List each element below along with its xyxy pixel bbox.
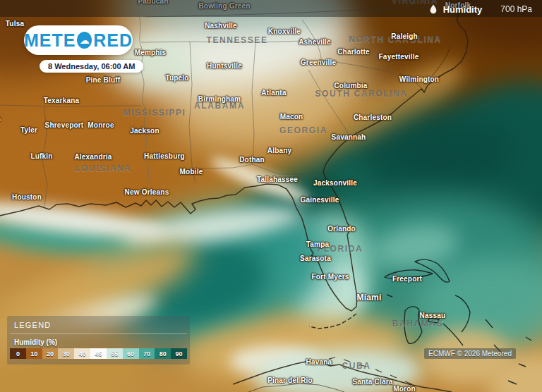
- pressure-level-label: 700 hPa: [500, 4, 532, 14]
- state-label-georgia: GEORGIA: [279, 125, 327, 135]
- city-label-nashville: Nashville: [205, 22, 237, 30]
- logo-text-left: METE: [24, 30, 76, 51]
- city-label-mobile: Mobile: [180, 168, 203, 176]
- city-label-tyler: Tyler: [20, 126, 37, 134]
- city-label-tallahassee: Tallahassee: [257, 176, 298, 183]
- city-label-tampa: Tampa: [306, 240, 330, 248]
- state-label-tennessee: TENNESSEE: [206, 35, 267, 45]
- cloud-icon: ☁: [77, 32, 92, 49]
- legend-stop-value: 80: [159, 350, 167, 357]
- city-label-charlotte: Charlotte: [337, 48, 370, 56]
- legend-stop-80: 80: [155, 348, 171, 359]
- city-label-albany: Albany: [267, 147, 292, 154]
- legend-title: LEGEND: [7, 316, 190, 333]
- city-label-fort-myers: Fort Myers: [311, 273, 349, 281]
- city-label-fayetteville: Fayetteville: [379, 53, 419, 61]
- legend-stop-55: 55: [107, 348, 123, 359]
- legend-panel: LEGEND Humidity (%) 01020304045556070809…: [7, 316, 190, 365]
- city-label-hattiesburg: Hattiesburg: [144, 152, 185, 160]
- logo-text-right: RED: [93, 30, 133, 51]
- city-label-wilmington: Wilmington: [399, 75, 439, 83]
- legend-stop-20: 20: [42, 348, 59, 359]
- city-label-texarkana: Texarkana: [44, 97, 80, 104]
- state-label-bahamas: BAHAMAS: [392, 319, 444, 329]
- city-label-savannah: Savannah: [332, 133, 366, 141]
- variable-label: Humidity: [443, 4, 483, 15]
- city-label-orlando: Orlando: [327, 225, 356, 233]
- state-label-louisiana: LOUISIANA: [75, 164, 131, 173]
- city-label-dothan: Dothan: [239, 156, 265, 164]
- city-label-freeport: Freeport: [392, 275, 422, 283]
- state-label-cuba: CUBA: [342, 361, 371, 371]
- city-label-sarasota: Sarasota: [300, 255, 331, 262]
- legend-stop-value: 90: [176, 350, 183, 357]
- legend-stop-value: 70: [143, 350, 150, 357]
- map-variable-header: Humidity 700 hPa: [429, 3, 532, 16]
- city-label-jacksonville: Jacksonville: [313, 179, 357, 187]
- legend-stop-value: 20: [47, 350, 54, 357]
- city-label-monroe: Monroe: [88, 121, 114, 129]
- city-label-greenville: Greenville: [301, 59, 336, 66]
- legend-stop-value: 60: [127, 350, 134, 357]
- state-label-mississippi: MISSISSIPPI: [124, 108, 186, 118]
- attribution-label: ECMWF © 2026 Meteored: [424, 348, 516, 359]
- city-label-gainesville: Gainesville: [300, 196, 339, 204]
- city-label-havana: Havana: [306, 358, 332, 366]
- city-label-nassau: Nassau: [420, 312, 446, 319]
- legend-stop-value: 40: [79, 350, 86, 357]
- legend-stop-value: 0: [16, 350, 20, 357]
- legend-scale-label: Humidity (%): [7, 334, 190, 348]
- city-label-jackson: Jackson: [130, 127, 159, 135]
- legend-stop-value: 30: [63, 350, 70, 357]
- legend-stop-30: 30: [58, 348, 74, 359]
- legend-stop-40: 40: [74, 348, 90, 359]
- humidity-drop-icon: [429, 4, 438, 14]
- city-label-santa-clara: Santa Clara: [352, 378, 392, 386]
- city-label-new-orleans: New Orleans: [125, 188, 169, 196]
- city-label-charleston: Charleston: [354, 114, 392, 121]
- city-label-knoxville: Knoxville: [268, 27, 301, 35]
- legend-stop-10: 10: [26, 348, 42, 359]
- legend-stop-45: 45: [90, 348, 107, 359]
- city-label-asheville: Asheville: [299, 38, 331, 46]
- city-label-atlanta: Atlanta: [261, 89, 286, 97]
- city-label-macon: Macon: [280, 113, 303, 121]
- city-label-pinar-del-rio: Pinar del Rio: [267, 376, 313, 384]
- datetime-badge[interactable]: 8 Wednesday, 06:00 AM: [40, 60, 143, 73]
- city-label-tupelo: Tupelo: [165, 74, 188, 82]
- city-label-memphis: Memphis: [135, 49, 167, 56]
- city-label-miami: Miami: [356, 293, 381, 302]
- city-label-shreveport: Shreveport: [45, 121, 84, 129]
- legend-stop-0: 0: [10, 348, 26, 359]
- weather-map-screen: VIRGINIATENNESSEENORTH CAROLINASOUTH CAR…: [0, 0, 542, 392]
- legend-stop-60: 60: [123, 348, 139, 359]
- legend-colorbar: 010203040455560708090: [10, 348, 187, 359]
- city-label-lufkin: Lufkin: [30, 152, 52, 160]
- legend-stop-70: 70: [139, 348, 155, 359]
- city-label-tulsa: Tulsa: [6, 20, 24, 27]
- city-label-mor-n: Morón: [393, 385, 416, 392]
- legend-stop-value: 10: [30, 350, 37, 357]
- city-label-dallas: Dallas: [0, 115, 1, 123]
- state-label-south-carolina: SOUTH CAROLINA: [315, 89, 407, 99]
- legend-stop-90: 90: [171, 348, 187, 359]
- meteored-logo[interactable]: METE ☁ RED: [24, 25, 133, 55]
- city-label-huntsville: Huntsville: [207, 62, 242, 70]
- city-label-alexandria: Alexandria: [74, 153, 112, 161]
- city-label-houston: Houston: [12, 193, 42, 201]
- legend-stop-value: 55: [111, 350, 118, 357]
- city-label-birmingham: Birmingham: [198, 95, 241, 103]
- legend-stop-value: 45: [95, 350, 102, 357]
- city-label-raleigh: Raleigh: [391, 32, 418, 40]
- city-label-columbia: Columbia: [334, 82, 367, 90]
- city-label-pine-bluff: Pine Bluff: [86, 76, 121, 84]
